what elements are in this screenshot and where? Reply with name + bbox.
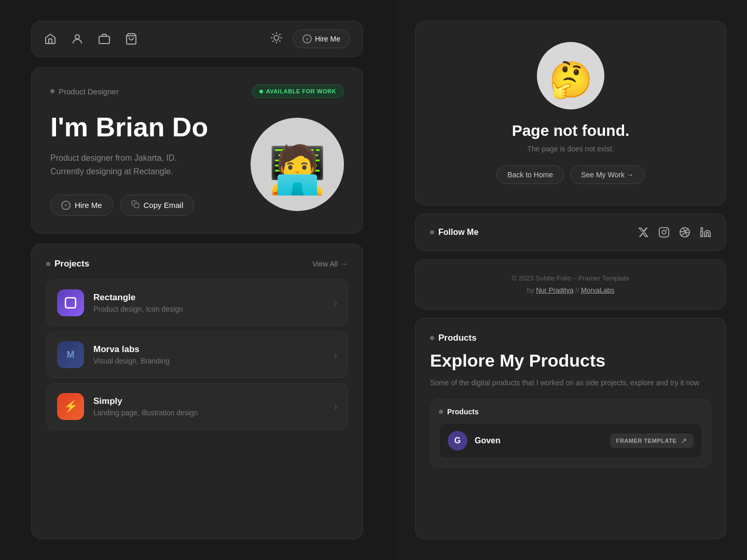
project-item-simply[interactable]: ⚡ Simply Landing page, Illustration desi… <box>46 383 348 430</box>
bag-icon[interactable] <box>125 33 137 45</box>
svg-rect-14 <box>659 228 669 237</box>
hero-avatar: 🧑‍💻 <box>251 118 344 211</box>
hero-text: I'm Brian Do Product designer from Jakar… <box>50 113 208 216</box>
dot-icon <box>430 230 434 234</box>
explore-title: Explore My Products <box>430 351 711 371</box>
svg-line-6 <box>273 34 273 34</box>
products-inner: Products G Goven FRAMER TEMPLATE ↗ <box>430 399 711 467</box>
rectangle-info: Rectangle Product design, Icon design <box>93 292 325 313</box>
dot-icon <box>46 262 50 266</box>
svg-line-10 <box>273 40 273 41</box>
rectangle-icon <box>57 289 84 316</box>
nav-right: + Hire Me <box>271 30 350 48</box>
not-found-title: Page not found. <box>512 122 630 139</box>
twitter-icon[interactable] <box>638 227 649 238</box>
product-row-goven[interactable]: G Goven FRAMER TEMPLATE ↗ <box>439 423 702 458</box>
plus-icon: + <box>61 201 71 210</box>
not-found-desc: The page is does not exist. <box>527 145 614 153</box>
avatar-404-emoji: 🤔 <box>549 62 593 97</box>
theme-toggle-icon[interactable] <box>271 32 282 46</box>
see-work-button[interactable]: See My Work → <box>570 165 645 184</box>
follow-card: Follow Me <box>415 214 726 251</box>
svg-rect-12 <box>134 203 139 208</box>
project-list: Rectangle Product design, Icon design › … <box>46 279 348 430</box>
copy-email-button[interactable]: Copy Email <box>120 194 195 216</box>
arrow-right-icon: → <box>341 260 348 268</box>
hire-me-button[interactable]: + Hire Me <box>50 194 113 216</box>
hero-description: Product designer from Jakarta, ID. Curre… <box>50 151 208 178</box>
linkedin-icon[interactable] <box>700 227 711 238</box>
avatar-404: 🤔 <box>537 42 604 109</box>
svg-point-0 <box>75 35 79 39</box>
svg-point-3 <box>274 35 279 40</box>
morva-info: Morva labs Visual design, Branding <box>93 344 325 365</box>
instagram-icon[interactable] <box>658 227 670 238</box>
products-inner-header: Products <box>439 408 702 416</box>
svg-line-11 <box>280 34 280 34</box>
svg-line-7 <box>280 40 280 41</box>
goven-icon: G <box>448 431 467 451</box>
dot-icon <box>430 336 434 340</box>
dot-icon <box>439 410 443 414</box>
available-badge: AVAILABLE FOR WORK <box>252 85 344 98</box>
social-icons <box>638 227 711 238</box>
hero-buttons: + Hire Me Copy Email <box>50 194 208 216</box>
external-link-icon: ↗ <box>681 437 687 445</box>
project-item-morva[interactable]: M Morva labs Visual design, Branding › <box>46 331 348 378</box>
nav-icons <box>44 33 137 45</box>
svg-rect-1 <box>99 36 109 44</box>
svg-point-19 <box>701 228 703 230</box>
products-card: Products Explore My Products Some of the… <box>415 318 726 539</box>
follow-title: Follow Me <box>430 228 478 237</box>
footer-link-morvalabs[interactable]: MorvaLabs <box>581 286 614 294</box>
copy-icon <box>131 200 140 210</box>
back-home-button[interactable]: Back to Home <box>496 165 564 184</box>
footer-card: © 2023 Subtle Folio – Framer Template by… <box>415 259 726 310</box>
right-panel: 🤔 Page not found. The page is does not e… <box>394 0 747 560</box>
portfolio-icon[interactable] <box>98 33 110 45</box>
navbar-hire-me-label: Hire Me <box>315 35 340 43</box>
hero-card: Product Designer AVAILABLE FOR WORK I'm … <box>31 67 363 233</box>
projects-header: Projects View All → <box>46 259 348 269</box>
morva-icon: M <box>57 341 84 368</box>
navbar: + Hire Me <box>31 21 363 57</box>
avatar-emoji: 🧑‍💻 <box>268 146 326 193</box>
projects-title: Projects <box>46 259 89 269</box>
projects-card: Projects View All → Rectangle Product de… <box>31 244 363 539</box>
svg-rect-13 <box>65 298 76 308</box>
svg-point-15 <box>662 230 666 234</box>
svg-rect-18 <box>701 231 703 236</box>
not-found-card: 🤔 Page not found. The page is does not e… <box>415 21 726 205</box>
chevron-right-icon: › <box>334 401 337 412</box>
hero-title: I'm Brian Do <box>50 113 208 142</box>
svg-point-16 <box>667 230 667 230</box>
framer-badge: FRAMER TEMPLATE ↗ <box>610 433 694 448</box>
dot-icon <box>50 89 54 93</box>
project-item-rectangle[interactable]: Rectangle Product design, Icon design › <box>46 279 348 326</box>
footer-text: © 2023 Subtle Folio – Framer Template by… <box>430 272 711 297</box>
footer-link-nur[interactable]: Nur Praditya <box>536 286 573 294</box>
chevron-right-icon: › <box>334 298 337 309</box>
left-panel: + Hire Me Product Designer AVAILABLE FOR… <box>0 0 394 560</box>
plus-circle-icon: + <box>302 34 312 44</box>
home-icon[interactable] <box>44 33 57 45</box>
dribbble-icon[interactable] <box>679 227 690 238</box>
hero-top: Product Designer AVAILABLE FOR WORK <box>50 85 344 98</box>
simply-info: Simply Landing page, Illustration design <box>93 396 325 417</box>
not-found-buttons: Back to Home See My Work → <box>496 165 645 184</box>
chevron-right-icon: › <box>334 349 337 360</box>
products-section-title: Products <box>430 333 711 343</box>
navbar-hire-me-button[interactable]: + Hire Me <box>293 30 350 48</box>
view-all-link[interactable]: View All → <box>312 260 348 268</box>
role-label: Product Designer <box>50 87 119 96</box>
dot-green-icon <box>259 90 263 93</box>
simply-icon: ⚡ <box>57 393 84 420</box>
profile-icon[interactable] <box>71 33 84 45</box>
explore-desc: Some of the digital products that I work… <box>430 377 711 388</box>
hero-content: I'm Brian Do Product designer from Jakar… <box>50 113 344 216</box>
